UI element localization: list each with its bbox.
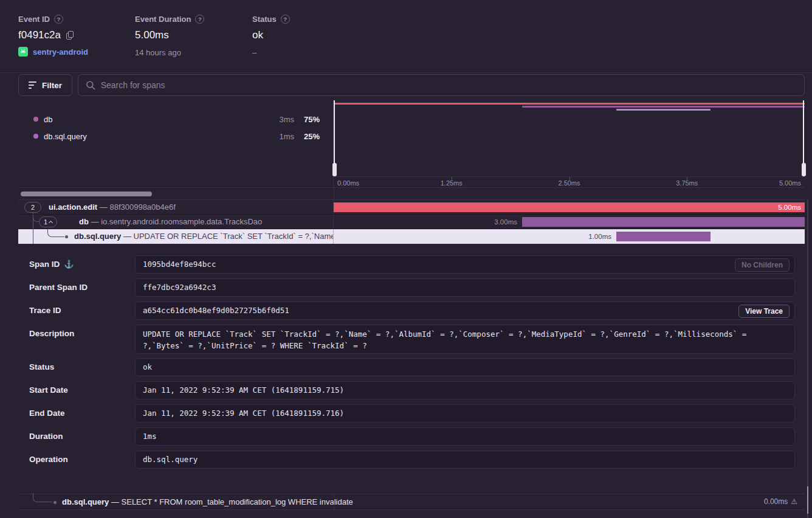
chevron-up-icon <box>49 220 53 224</box>
op-name: db <box>44 115 266 124</box>
span-collapse-pill[interactable]: 1 <box>39 216 57 227</box>
span-description: SELECT * FROM room_table_modification_lo… <box>122 497 353 506</box>
detail-row-parent-span-id: Parent Span ID ffe7dbc92a6942c3 <box>18 278 805 297</box>
span-duration: 5.00ms <box>778 202 801 212</box>
detail-key: Parent Span ID <box>29 278 88 297</box>
span-tree: 2 ui.action.edit — 88f300998a0b4e6f 5.00… <box>18 199 805 244</box>
event-duration-value: 5.00ms <box>135 29 169 41</box>
legend-item-db: db 3ms 75% <box>33 114 320 124</box>
span-operation: db.sql.query <box>62 497 109 506</box>
op-percentage: 25% <box>294 132 320 141</box>
event-id-label-row: Event ID ? <box>18 15 88 24</box>
column-divider <box>334 188 334 199</box>
minimap-canvas[interactable]: 0.00ms 1.25ms 2.50ms 3.75ms 5.00ms <box>334 99 805 187</box>
status-column: Status ? ok – <box>252 15 290 57</box>
event-id-value: f0491c2a <box>18 29 61 41</box>
trace-minimap-section: db 3ms 75% db.sql.query 1ms 25% 0.00ms <box>18 99 805 187</box>
axis-label: 1.25ms <box>441 179 463 187</box>
detail-row-end-date: End Date Jan 11, 2022 9:52:39 AM CET (16… <box>18 404 805 423</box>
op-duration: 1ms <box>266 132 294 141</box>
anchor-link-icon[interactable]: ⚓ <box>64 255 74 274</box>
help-icon[interactable]: ? <box>195 15 204 24</box>
op-color-dot <box>33 117 38 122</box>
status-sub: – <box>252 48 290 57</box>
event-id-column: Event ID ? f0491c2a sentry-android <box>18 15 88 57</box>
minimap-span-line <box>616 109 710 111</box>
time-axis: 0.00ms 1.25ms 2.50ms 3.75ms 5.00ms <box>334 176 805 187</box>
axis-label: 5.00ms <box>779 179 801 187</box>
detail-row-status: Status ok <box>18 358 805 376</box>
span-description: UPDATE OR REPLACE `Track` SET `TrackId` … <box>134 232 334 241</box>
span-row-db-sql-query-select[interactable]: db.sql.query — SELECT * FROM room_table_… <box>18 494 805 510</box>
axis-label: 3.75ms <box>676 179 698 187</box>
search-icon <box>86 80 95 90</box>
span-duration-bar[interactable] <box>616 232 710 241</box>
detail-value: UPDATE OR REPLACE `Track` SET `TrackId` … <box>135 325 795 354</box>
detail-value: Jan 11, 2022 9:52:39 AM CET (1641891159.… <box>135 381 795 399</box>
tree-elbow <box>33 493 52 502</box>
detail-value: ffe7dbc92a6942c3 <box>135 278 795 297</box>
detail-value: a654cc61dc0b48ef9d0b27275b6f0d51 View Tr… <box>135 302 795 320</box>
filter-button[interactable]: Filter <box>18 74 72 96</box>
dash-separator: — <box>91 217 99 226</box>
detail-row-operation: Operation db.sql.query <box>18 451 805 469</box>
span-duration-bar[interactable] <box>522 217 805 227</box>
detail-key: Trace ID <box>29 302 61 320</box>
tree-scroll-row <box>18 187 805 199</box>
tree-node-dot <box>65 235 68 238</box>
tree-node-dot <box>53 501 57 504</box>
android-project-icon <box>18 47 28 57</box>
detail-key: Operation <box>29 451 68 469</box>
detail-value: db.sql.query <box>135 451 795 469</box>
vertical-scrollbar-track[interactable] <box>807 199 808 518</box>
detail-key: Span ID <box>29 255 60 274</box>
span-row-ui-action-edit[interactable]: 2 ui.action.edit — 88f300998a0b4e6f 5.00… <box>18 200 805 215</box>
project-link[interactable]: sentry-android <box>18 47 88 57</box>
detail-value: ok <box>135 358 795 376</box>
view-trace-button[interactable]: View Trace <box>738 305 790 318</box>
filter-icon <box>29 81 36 89</box>
span-row-db[interactable]: 1 db — io.sentry.android.roomsample.data… <box>18 215 805 229</box>
horizontal-scrollbar[interactable] <box>21 192 152 196</box>
help-icon[interactable]: ? <box>54 15 63 24</box>
copy-icon[interactable] <box>66 31 74 40</box>
detail-row-description: Description UPDATE OR REPLACE `Track` SE… <box>18 325 805 354</box>
vertical-scrollbar-thumb[interactable] <box>807 486 808 514</box>
span-detail-page: Event ID ? f0491c2a sentry-android <box>0 0 812 518</box>
op-percentage: 75% <box>294 115 320 124</box>
span-operation: db.sql.query <box>74 232 121 241</box>
event-age: 14 hours ago <box>135 48 204 57</box>
minimap-drag-handle-left[interactable] <box>334 100 335 176</box>
event-id-label: Event ID <box>18 15 50 24</box>
minimap-drag-handle-right[interactable] <box>803 100 804 176</box>
detail-key: Duration <box>29 427 63 446</box>
span-description: 88f300998a0b4e6f <box>109 202 175 212</box>
op-duration: 3ms <box>266 115 294 124</box>
detail-key: End Date <box>29 404 65 423</box>
operations-breakdown: db 3ms 75% db.sql.query 1ms 25% <box>18 99 334 187</box>
dash-separator: — <box>111 497 119 506</box>
drag-grip[interactable] <box>332 163 337 176</box>
search-input[interactable] <box>101 80 797 90</box>
span-row-db-sql-query-selected[interactable]: db.sql.query — UPDATE OR REPLACE `Track`… <box>18 229 805 244</box>
children-count: 2 <box>31 204 35 211</box>
detail-row-trace-id: Trace ID a654cc61dc0b48ef9d0b27275b6f0d5… <box>18 302 805 320</box>
span-search <box>78 74 805 96</box>
event-duration-label: Event Duration <box>135 15 191 24</box>
detail-row-span-id: Span ID ⚓ 1095bd4ef8e94bcc No Children <box>18 255 805 274</box>
status-label: Status <box>252 15 277 24</box>
drag-grip[interactable] <box>802 163 806 176</box>
span-children-count-pill[interactable]: 2 <box>24 202 41 213</box>
help-icon[interactable]: ? <box>281 15 290 24</box>
children-count: 1 <box>44 218 47 226</box>
op-color-dot <box>33 134 38 139</box>
span-duration: 3.00ms <box>494 215 517 229</box>
detail-value: 1ms <box>135 427 795 446</box>
span-duration: 1.00ms <box>588 229 611 244</box>
span-duration-bar[interactable]: 5.00ms <box>334 202 805 212</box>
project-name[interactable]: sentry-android <box>33 47 88 57</box>
dash-separator: — <box>100 202 108 212</box>
detail-key: Status <box>29 358 54 376</box>
no-children-button[interactable]: No Children <box>735 258 790 272</box>
minimap-span-line <box>334 103 805 105</box>
